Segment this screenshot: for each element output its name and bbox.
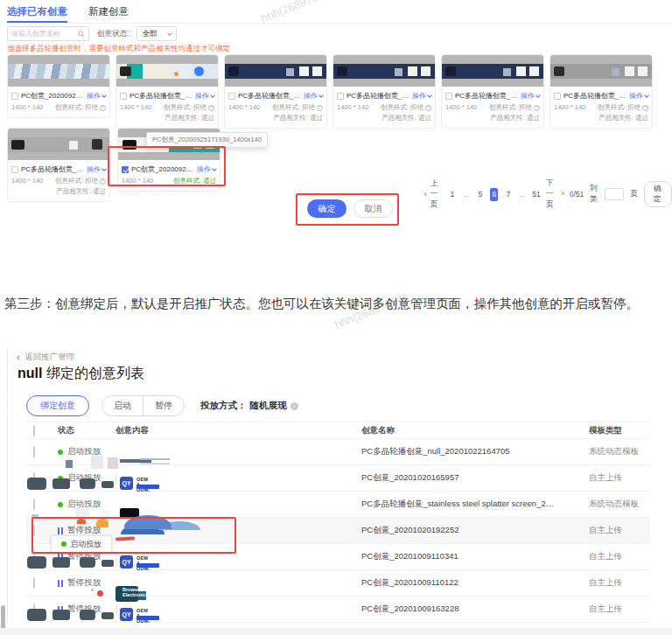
question-icon[interactable] <box>317 105 323 111</box>
creative-card[interactable]: PC多品轮播创意_2020092715...操作 1400 * 140创意样式:… <box>332 54 436 129</box>
card-relevance-value: 通过 <box>635 114 648 122</box>
card-checkbox-checked[interactable] <box>122 166 129 173</box>
table-row-highlighted[interactable]: 暂停投放 PC创意_20201020192252 自主上传 <box>26 518 650 544</box>
table-row[interactable]: 暂停投放 Browse Consumer Electronics PC创意_20… <box>26 570 650 597</box>
info-icon[interactable] <box>290 402 298 410</box>
bind-warning-text: 当选择多品轮播创意时，需要创意样式和产品相关性均通过才可绑定 <box>7 44 230 54</box>
row-template-type: 系统动态模板 <box>567 446 650 457</box>
card-action-label: 操作 <box>521 91 535 101</box>
creative-search-box[interactable] <box>7 26 89 41</box>
cancel-button[interactable]: 取消 <box>354 199 393 218</box>
card-action-link[interactable]: 操作 <box>197 164 216 174</box>
card-checkbox[interactable] <box>11 166 18 173</box>
card-name: PC多品轮播创意_2020092715... <box>455 91 518 101</box>
creative-table: 状态 创意内容 创意名称 模板类型 启动投放 PC多品轮播创意_null_202… <box>26 422 650 623</box>
banner-art-glass <box>8 64 109 79</box>
card-action-link[interactable]: 操作 <box>629 91 648 101</box>
pagination-next[interactable]: 下一页 <box>546 178 563 210</box>
question-icon[interactable] <box>208 105 214 111</box>
card-action-label: 操作 <box>412 91 426 101</box>
creative-banner <box>550 55 652 87</box>
start-button[interactable]: 启动 <box>102 395 144 416</box>
question-icon[interactable] <box>100 178 106 185</box>
pause-button[interactable]: 暂停 <box>143 395 185 416</box>
question-icon[interactable] <box>100 105 106 111</box>
table-row[interactable]: 启动投放 PC多品轮播创意_null_20201022164705 系统动态模板 <box>26 439 650 465</box>
question-icon[interactable] <box>642 105 648 111</box>
row-template-type: 自主上传 <box>567 604 650 615</box>
select-all-checkbox[interactable] <box>33 425 35 436</box>
bind-creative-button[interactable]: 绑定创意 <box>26 395 89 416</box>
creative-search-input[interactable] <box>11 30 78 38</box>
pagination-page-6-current[interactable]: 6 <box>490 188 498 201</box>
card-action-link[interactable]: 操作 <box>521 91 540 101</box>
card-action-link[interactable]: 操作 <box>412 91 431 101</box>
card-relevance-label: 产品相关性: <box>273 114 310 122</box>
card-style-value: 拒绝 <box>519 103 532 112</box>
creative-thumbnail: QYOEM & ODM. <box>116 472 117 484</box>
creative-card-grid-row1: PC创意_20200928150536操作 1400 * 140创意样式: 拒绝… <box>7 54 653 129</box>
creative-card[interactable]: PC多品轮播创意_2020092710...操作 1400 * 140创意样式:… <box>7 128 110 202</box>
creative-list-toolbar: 绑定创意 启动 暂停 投放方式：随机展现 <box>26 395 298 416</box>
status-dropdown-option-start[interactable]: 启动投放 <box>51 535 112 553</box>
card-checkbox[interactable] <box>11 93 18 100</box>
card-checkbox[interactable] <box>554 93 561 100</box>
page: hhh(2689785 hhh(26897851) 选择已有创意 新建创意 创意… <box>0 0 672 635</box>
row-checkbox[interactable] <box>33 525 35 536</box>
card-style-label: 创意样式: <box>489 103 517 112</box>
card-action-label: 操作 <box>197 164 211 174</box>
creative-card[interactable]: PC多品轮播创意_2020092715...操作 1400 * 140创意样式:… <box>441 54 544 129</box>
card-checkbox[interactable] <box>445 93 452 100</box>
card-action-link[interactable]: 操作 <box>304 91 323 101</box>
card-checkbox[interactable] <box>337 93 344 100</box>
creative-card[interactable]: PC多品轮播创意_2020092716...操作 1400 * 140创意样式:… <box>116 54 219 129</box>
card-action-link[interactable]: 操作 <box>87 164 106 174</box>
pagination-jump-unit: 页 <box>630 189 638 199</box>
row-template-type: 系统动态模板 <box>567 499 650 510</box>
pagination-prev[interactable]: 上一页 <box>425 178 442 210</box>
banner-art-navy <box>442 64 543 79</box>
card-style-value: 拒绝 <box>193 103 206 112</box>
creative-card[interactable]: PC创意_20200928150536操作 1400 * 140创意样式: 拒绝 <box>7 54 110 118</box>
back-to-promotion-link[interactable]: 返回推广管理 <box>18 352 74 363</box>
creative-status-select[interactable]: 全部 <box>136 26 177 41</box>
pagination-page-7[interactable]: 7 <box>504 190 512 199</box>
pagination-jump-confirm-button[interactable]: 确定 <box>644 181 672 207</box>
card-action-link[interactable]: 操作 <box>195 91 214 101</box>
card-style-value: 拒绝 <box>627 103 640 112</box>
row-checkbox[interactable] <box>33 499 35 510</box>
creative-thumbnail: QYOEM & ODM. <box>116 551 117 562</box>
card-action-link[interactable]: 操作 <box>87 91 106 101</box>
card-name: PC创意_20200925171939_14... <box>131 164 194 174</box>
table-row[interactable]: 暂停投放 QYOEM & ODM. PC创意_20201009163228 自主… <box>26 597 650 623</box>
pagination-jump-input[interactable] <box>605 188 624 200</box>
card-checkbox[interactable] <box>120 93 127 100</box>
confirm-button[interactable]: 确定 <box>307 199 346 218</box>
title-text: 绑定的创意列表 <box>42 366 144 380</box>
chevron-left-icon <box>424 192 429 197</box>
pagination-page-1[interactable]: 1 <box>448 190 456 199</box>
creative-status-label: 创意状态: <box>97 29 129 39</box>
pagination-page-5[interactable]: 5 <box>476 190 484 199</box>
creative-card[interactable]: PC多品轮播创意_2020092715...操作 1400 * 140创意样式:… <box>550 54 653 129</box>
question-icon[interactable] <box>534 105 540 111</box>
delivery-label: 投放方式： <box>200 400 247 412</box>
table-row[interactable]: 启动投放 QYOEM & ODM. PC创意_20201020165957 自主… <box>26 465 650 492</box>
running-status-icon <box>58 450 63 455</box>
creative-card[interactable]: PC多品轮播创意_2020092716...操作 1400 * 140创意样式:… <box>224 54 327 129</box>
tab-select-existing-creative[interactable]: 选择已有创意 <box>7 5 67 23</box>
row-checkbox[interactable] <box>33 446 35 457</box>
question-icon[interactable] <box>425 105 431 111</box>
card-checkbox[interactable] <box>228 93 235 100</box>
paused-status-icon <box>58 527 63 534</box>
tab-new-creative[interactable]: 新建创意 <box>88 5 129 23</box>
pagination-page-51[interactable]: 51 <box>532 190 540 199</box>
table-row[interactable]: 启动投放 PC多品轮播创意_stainless steel splatter s… <box>26 492 650 518</box>
row-checkbox[interactable] <box>33 577 35 589</box>
card-relevance-value: 通过 <box>527 114 540 122</box>
card-action-label: 操作 <box>629 91 643 101</box>
banner-art-navy <box>333 64 435 79</box>
header-template: 模板类型 <box>567 425 650 436</box>
card-style-value: 通过 <box>203 177 216 185</box>
table-row[interactable]: 暂停投放 QYOEM & ODM. PC创意_20201009110341 自主… <box>26 544 650 570</box>
